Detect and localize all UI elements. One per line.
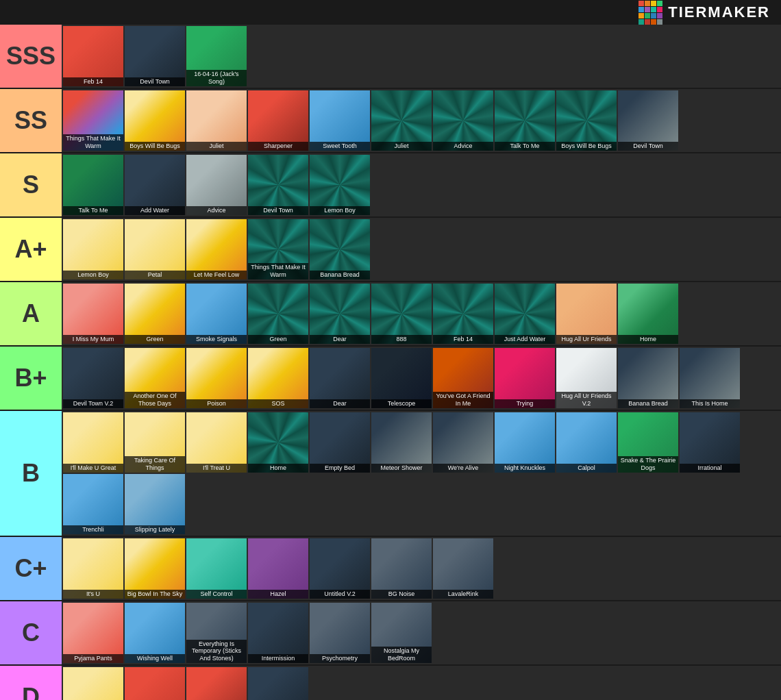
tier-row-ss: SSThings That Make It WarmBoys Will Be B… — [0, 89, 781, 153]
tier-item[interactable]: Boys Will Be Bugs — [125, 90, 185, 151]
tier-item[interactable]: Devil Town — [618, 90, 678, 151]
tier-item[interactable]: Dear — [310, 348, 370, 408]
tier-item[interactable]: Trying — [495, 348, 555, 408]
tier-item[interactable]: Let Me Feel Low — [186, 219, 247, 279]
tier-item[interactable]: Sweet Tooth — [310, 90, 370, 151]
tier-item[interactable]: Devil Town — [248, 155, 308, 215]
tier-item[interactable]: Telescope — [371, 348, 432, 408]
tier-item[interactable]: I Miss My Mum — [63, 284, 123, 344]
tier-item[interactable]: Home — [248, 412, 308, 473]
tier-item[interactable]: Juliet — [186, 90, 247, 151]
tier-item[interactable]: 16·04·16 (Jack's Song) — [186, 26, 247, 86]
tier-item[interactable]: Pyjama Pants — [63, 603, 123, 663]
tier-item[interactable]: Irrational — [680, 412, 740, 473]
tier-row-b: BI'll Make U GreatTaking Care Of ThingsI… — [0, 411, 781, 537]
tier-item-label: Boys Will Be Bugs — [556, 142, 617, 151]
tier-item-label: Talk To Me — [63, 206, 123, 215]
tier-item-label: Let Me Feel Low — [186, 271, 247, 279]
tier-item[interactable]: Advice — [186, 155, 247, 215]
logo-text: TiERMAKER — [668, 3, 770, 21]
tier-item[interactable]: Banana Bread — [310, 219, 370, 279]
tier-item[interactable]: Juliet — [371, 90, 432, 151]
tier-item[interactable]: Trenchli — [63, 474, 123, 534]
tier-item-label: Trenchli — [63, 525, 123, 534]
tier-item[interactable]: We're Alive — [433, 412, 493, 473]
tier-item-label: Home — [618, 335, 678, 344]
tier-item-label: Smoke Signals — [186, 335, 247, 344]
tier-item[interactable]: Nostalgia My BedRoom — [371, 603, 432, 663]
tier-item-label: Devil Town — [618, 142, 678, 151]
tier-item-label: Advice — [186, 206, 247, 215]
tier-item[interactable]: Banana Bread — [618, 348, 678, 408]
tier-item[interactable]: Psychometry — [310, 603, 370, 663]
tier-label-sss: SSS — [0, 25, 62, 88]
tier-item-label: Calpol — [556, 464, 617, 473]
tier-item[interactable]: BG Noise — [371, 538, 432, 599]
tier-item[interactable]: Untitled V.2 — [310, 538, 370, 599]
tier-item[interactable]: I'll Make U Great — [63, 412, 123, 473]
tier-item-label: Green — [125, 335, 185, 344]
tier-item[interactable]: Feb 14 — [63, 26, 123, 86]
tier-item[interactable]: This Is Home — [680, 348, 740, 408]
tier-item[interactable]: I'll Treat U — [186, 412, 247, 473]
tier-item-label: Taking Care Of Things — [125, 456, 185, 473]
tier-items-a: I Miss My MumGreenSmoke SignalsGreenDear… — [62, 282, 781, 345]
tier-item[interactable]: Taking Care Of Things — [125, 412, 185, 473]
tier-row-cplus: C+It's UBig Bowl In The SkySelf ControlH… — [0, 537, 781, 601]
tier-item[interactable]: You've Got A Friend In Me — [433, 348, 493, 408]
tier-item[interactable]: Devil Town — [125, 26, 185, 86]
tier-item[interactable]: Sharpener — [248, 90, 308, 151]
tier-item[interactable]: Talk To Me — [495, 90, 555, 151]
tier-item[interactable]: Lemon Boy — [310, 155, 370, 215]
tier-item[interactable]: Petal — [125, 219, 185, 279]
tier-item-label: Things That Make It Warm — [248, 263, 308, 279]
tier-item[interactable]: Self Control — [186, 538, 247, 599]
tier-items-s: Talk To MeAdd WaterAdviceDevil TownLemon… — [62, 153, 781, 216]
tier-item[interactable]: SOS — [248, 348, 308, 408]
tier-item[interactable]: Just Add Water — [495, 284, 555, 344]
tier-item[interactable]: Night Knuckles — [495, 412, 555, 473]
tier-item[interactable]: It's U — [63, 538, 123, 599]
tier-item[interactable]: Devil Town V.2 — [63, 348, 123, 408]
tier-item[interactable]: Empty Bed — [310, 412, 370, 473]
tier-item[interactable]: Boys Will Be Bugs — [556, 90, 617, 151]
tier-item[interactable]: Calpol — [556, 412, 617, 473]
tier-item-label: Intermission — [248, 654, 308, 663]
tier-item[interactable]: Lemon Boy — [63, 219, 123, 279]
tier-item-label: Irrational — [680, 464, 740, 473]
tier-item[interactable]: Slipping Lately — [125, 474, 185, 534]
tier-item[interactable]: Advice — [433, 90, 493, 151]
tier-label-ss: SS — [0, 89, 62, 152]
tier-item[interactable]: Wishing Well — [125, 603, 185, 663]
tier-item[interactable]: For You — [125, 667, 185, 700]
tier-item[interactable]: Green — [125, 284, 185, 344]
tier-item[interactable]: Add Water — [125, 155, 185, 215]
tier-item[interactable]: Hazel — [248, 538, 308, 599]
tier-item[interactable]: Snake & The Prairie Dogs — [618, 412, 678, 473]
tier-item-label: BG Noise — [371, 590, 432, 599]
tier-item[interactable]: LavaleRink — [433, 538, 493, 599]
tier-item[interactable]: Intermission — [248, 603, 308, 663]
tier-item[interactable]: Green — [248, 284, 308, 344]
tier-item[interactable]: Home — [618, 284, 678, 344]
tier-item[interactable]: Another One Of Those Days — [125, 348, 185, 408]
tier-item[interactable]: Everything Is Temporary (Sticks And Ston… — [186, 603, 247, 663]
tier-item[interactable]: 10 Feet Tall — [63, 667, 123, 700]
tier-item[interactable]: 888 — [371, 284, 432, 344]
tier-item-label: Pyjama Pants — [63, 654, 123, 663]
tier-item[interactable]: Poison — [186, 348, 247, 408]
tier-item[interactable]: So Much — [248, 667, 308, 700]
tier-item[interactable]: Hug All Ur Friends — [556, 284, 617, 344]
tier-item-label: Poison — [186, 399, 247, 408]
tier-item[interactable]: Smoke Signals — [186, 284, 247, 344]
tier-item[interactable]: Things That Make It Warm — [63, 90, 123, 151]
tier-item[interactable]: Meteor Shower — [371, 412, 432, 473]
tier-items-sss: Feb 14Devil Town16·04·16 (Jack's Song) — [62, 25, 781, 88]
tier-item[interactable]: Hug All Ur Friends V.2 — [556, 348, 617, 408]
tier-item[interactable]: Things That Make It Warm — [248, 219, 308, 279]
tier-item[interactable]: Talk To Me — [63, 155, 123, 215]
tier-item[interactable]: Feb 14 — [433, 284, 493, 344]
tier-item[interactable]: Snail — [186, 667, 247, 700]
tier-item[interactable]: Big Bowl In The Sky — [125, 538, 185, 599]
tier-item[interactable]: Dear — [310, 284, 370, 344]
